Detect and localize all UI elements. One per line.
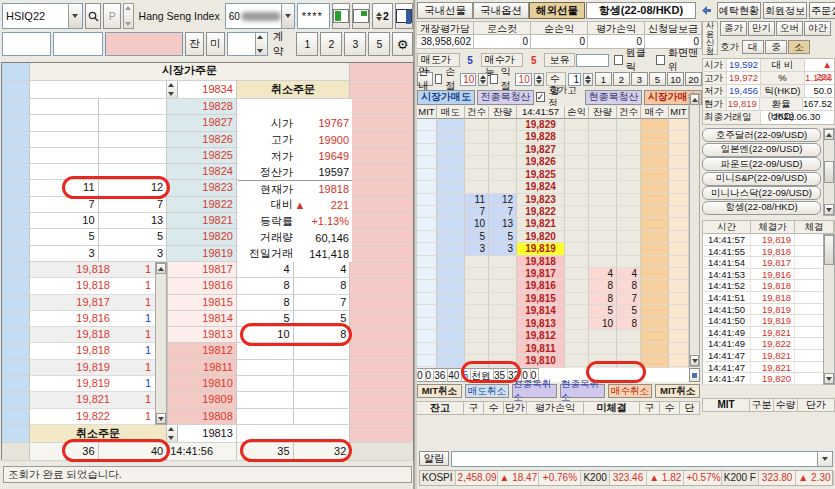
unfilled-button[interactable]: 미 bbox=[206, 32, 225, 56]
buy-strip-cell[interactable] bbox=[350, 229, 413, 245]
buy-order-cell[interactable] bbox=[641, 355, 669, 367]
buy-order-cell[interactable] bbox=[641, 256, 669, 268]
ask-count-cell[interactable] bbox=[30, 99, 99, 115]
sell-count-cell[interactable] bbox=[465, 144, 489, 156]
price-cell[interactable]: 19,829 bbox=[517, 119, 565, 131]
sell-count-cell[interactable] bbox=[465, 355, 489, 367]
price-cell[interactable]: 19,811 bbox=[517, 343, 565, 355]
ladder-scrollbar[interactable] bbox=[689, 93, 700, 367]
scroll-up-icon[interactable] bbox=[690, 94, 699, 105]
buy-qty-cell[interactable] bbox=[589, 355, 617, 367]
mit-buy-cell[interactable] bbox=[669, 231, 689, 243]
mit-buy-cell[interactable] bbox=[669, 280, 689, 292]
sell-strip-cell[interactable] bbox=[2, 164, 30, 180]
sell-strip-header[interactable] bbox=[2, 63, 30, 81]
alert-dropdown[interactable] bbox=[451, 451, 833, 467]
sell-count-cell[interactable] bbox=[465, 293, 489, 305]
instrument-button[interactable]: 호주달러(22-09/USD) bbox=[702, 128, 821, 142]
price-cell[interactable]: 19,824 bbox=[517, 181, 565, 193]
sell-qty-cell[interactable] bbox=[489, 169, 517, 181]
mit-buy-cell[interactable] bbox=[669, 343, 689, 355]
sell-strip-cell[interactable] bbox=[2, 115, 30, 131]
cancel-button[interactable]: 매도취소 bbox=[465, 384, 510, 398]
bid-count-cell[interactable] bbox=[294, 343, 351, 359]
scroll-up-icon[interactable] bbox=[824, 129, 834, 140]
buy-count-cell[interactable] bbox=[617, 256, 641, 268]
sell-order-cell[interactable] bbox=[437, 293, 465, 305]
market-tab[interactable]: 해외선물 bbox=[529, 2, 585, 19]
bid-price-cell[interactable]: 19816 bbox=[167, 278, 237, 294]
sell-strip-cell[interactable] bbox=[2, 327, 30, 343]
buy-qty-cell[interactable] bbox=[589, 131, 617, 143]
sell-strip-cell[interactable] bbox=[2, 278, 30, 294]
order-qty-field-1[interactable] bbox=[2, 32, 51, 56]
mit-buy-cell[interactable] bbox=[669, 305, 689, 317]
buy-count-cell[interactable]: 8 bbox=[617, 318, 641, 330]
trade-list-scrollbar[interactable] bbox=[155, 262, 167, 425]
mit-sell-cell[interactable] bbox=[417, 256, 437, 268]
buy-count-cell[interactable] bbox=[617, 231, 641, 243]
ask-qty-cell[interactable]: 5 bbox=[99, 229, 168, 245]
sell-count-cell[interactable]: 10 bbox=[465, 218, 489, 230]
buy-qty-cell[interactable]: 4 bbox=[589, 268, 617, 280]
mit-buy-cell[interactable] bbox=[669, 318, 689, 330]
buy-strip-cell[interactable] bbox=[350, 376, 413, 392]
buy-order-cell[interactable] bbox=[641, 119, 669, 131]
ask-price-cell[interactable]: 19822 bbox=[167, 197, 237, 213]
buy-strip-cell[interactable] bbox=[350, 164, 413, 180]
ask-price-cell[interactable]: 19819 bbox=[167, 246, 237, 262]
mit-buy-cell[interactable] bbox=[669, 330, 689, 342]
cancel-order-footer[interactable]: 취소주문 bbox=[30, 425, 167, 443]
price-cell[interactable]: 19,816 bbox=[517, 280, 565, 292]
ask-price-cell[interactable]: 19824 bbox=[167, 164, 237, 180]
qty-preset-button[interactable]: 2 bbox=[320, 32, 342, 56]
sell-strip-cell[interactable] bbox=[2, 213, 30, 229]
mit-buy-cell[interactable] bbox=[669, 293, 689, 305]
ask-count-cell[interactable]: 3 bbox=[30, 246, 99, 262]
buy-order-cell[interactable] bbox=[641, 131, 669, 143]
account-button[interactable]: 예탁현황 bbox=[717, 2, 761, 19]
price-cell[interactable]: 19,810 bbox=[517, 355, 565, 367]
screentop-checkbox[interactable]: 화면맨위 bbox=[656, 46, 702, 74]
sell-strip-cell[interactable] bbox=[2, 180, 30, 196]
buy-qty-cell[interactable] bbox=[589, 206, 617, 218]
quote-size-button[interactable]: 소 bbox=[788, 40, 810, 54]
price-cell[interactable]: 19,819 bbox=[517, 243, 565, 255]
buy-strip-header[interactable] bbox=[350, 63, 413, 81]
buy-strip-cell[interactable] bbox=[350, 180, 413, 196]
qty-preset-button[interactable]: 3 bbox=[631, 72, 648, 86]
liquidate-current-button[interactable]: 현종목청산 bbox=[585, 90, 641, 105]
mit-sell-cell[interactable] bbox=[417, 355, 437, 367]
mit-buy-cell[interactable] bbox=[669, 256, 689, 268]
ask-count-cell[interactable]: 10 bbox=[30, 213, 99, 229]
mit-sell-cell[interactable] bbox=[417, 330, 437, 342]
bid-price-cell[interactable]: 19815 bbox=[167, 295, 237, 311]
mit-buy-cell[interactable] bbox=[669, 355, 689, 367]
mit-buy-cell[interactable] bbox=[669, 194, 689, 206]
sell-count-cell[interactable] bbox=[465, 268, 489, 280]
takeprofit-value[interactable]: 10 bbox=[515, 73, 531, 86]
sell-order-cell[interactable] bbox=[437, 194, 465, 206]
bid-qty-cell[interactable]: 8 bbox=[237, 295, 294, 311]
mit-buy-cell[interactable] bbox=[669, 131, 689, 143]
ask-qty-cell[interactable] bbox=[99, 132, 168, 148]
contract-spinner[interactable] bbox=[255, 33, 267, 55]
sell-strip-cell[interactable] bbox=[2, 295, 30, 311]
buy-strip-cell[interactable] bbox=[350, 343, 413, 359]
sell-strip-cell[interactable] bbox=[2, 99, 30, 115]
account-combo[interactable]: 60 bbox=[225, 3, 295, 29]
buy-order-cell[interactable] bbox=[641, 243, 669, 255]
sell-count-cell[interactable] bbox=[465, 280, 489, 292]
bid-price-cell[interactable]: 19812 bbox=[167, 343, 237, 359]
sell-order-cell[interactable] bbox=[437, 268, 465, 280]
sell-qty-cell[interactable] bbox=[489, 330, 517, 342]
mit-sell-cell[interactable] bbox=[417, 206, 437, 218]
sell-strip-cell[interactable] bbox=[2, 360, 30, 376]
buy-strip-cell[interactable] bbox=[350, 327, 413, 343]
password-field[interactable]: **** bbox=[297, 3, 330, 29]
order-price-field[interactable] bbox=[105, 32, 183, 56]
buy-order-cell[interactable] bbox=[641, 293, 669, 305]
buy-order-cell[interactable] bbox=[641, 206, 669, 218]
cancel-order-header[interactable]: 취소주문 bbox=[237, 81, 350, 99]
buy-qty-cell[interactable]: 10 bbox=[589, 318, 617, 330]
